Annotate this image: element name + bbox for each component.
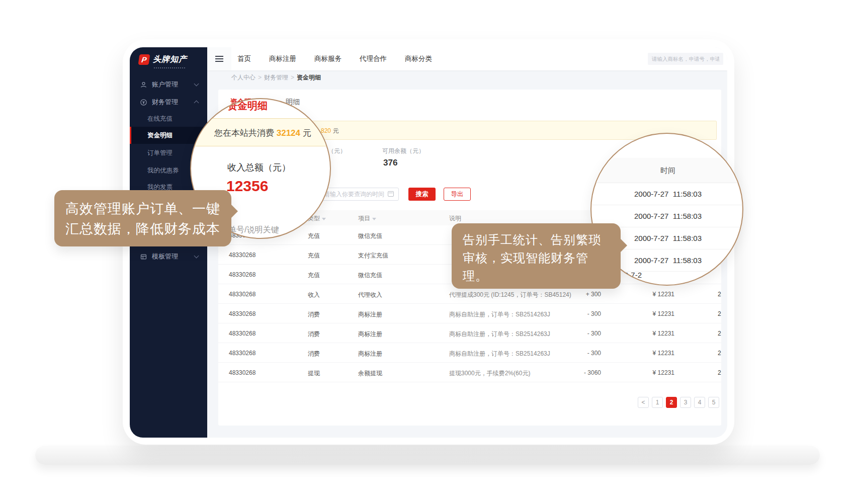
cell-project: 微信充值 — [358, 271, 382, 280]
chevron-down-icon — [194, 81, 199, 87]
nav-link[interactable]: 商标注册 — [269, 54, 296, 63]
cell-amount: - 300 — [546, 310, 601, 317]
cell-project: 商标注册 — [358, 330, 382, 339]
breadcrumb: 个人中心>财务管理>资金明细 — [231, 73, 321, 82]
sidebar-item-account[interactable]: 账户管理 — [130, 76, 207, 93]
cell-balance: ¥ 12231 — [629, 310, 674, 317]
banner-tail-unit: 元 — [332, 127, 338, 134]
cell-balance: ¥ 12231 — [629, 291, 674, 298]
export-button[interactable]: 导出 — [444, 188, 471, 201]
magnified-banner-prefix: 您在本站共消费 — [214, 128, 277, 138]
pagination: < 1 2 3 4 5 5 — [218, 397, 721, 408]
cell-order-number: 48330268 — [229, 271, 255, 278]
brand-logo[interactable]: P 头牌知产 — [139, 54, 187, 65]
calendar-icon — [388, 191, 394, 197]
cell-balance: ¥ 12231 — [629, 330, 674, 337]
chevron-down-icon — [194, 254, 199, 259]
cell-type: 提现 — [308, 369, 320, 378]
nav-link[interactable]: 首页 — [237, 54, 251, 63]
cell-balance: ¥ 12231 — [629, 369, 674, 376]
cell-description: 提现3000元，手续费2%(60元) — [449, 369, 530, 378]
cell-type: 消费 — [308, 330, 320, 339]
magnified-banner-text: 您在本站共消费 32124 元 — [214, 127, 311, 139]
cell-type: 充值 — [308, 271, 320, 280]
callout-right: 告别手工统计、告别繁琐审核，实现智能财务管理。 — [452, 223, 621, 289]
nav-link[interactable]: 商标服务 — [314, 54, 342, 63]
header-project[interactable]: 项目 — [358, 214, 376, 223]
breadcrumb-home[interactable]: 个人中心 — [231, 74, 255, 81]
cell-description: 商标自助注册，订单号：SB2514263J — [449, 330, 550, 339]
pagination-page-1[interactable]: 1 — [652, 397, 663, 408]
nav-link[interactable]: 商标分类 — [405, 54, 432, 63]
cell-amount: - 3060 — [546, 369, 601, 376]
date-query-input[interactable] — [318, 188, 399, 201]
top-navbar: 首页 商标注册 商标服务 代理合作 商标分类 — [207, 47, 727, 70]
magnified-income-label: 收入总额（元） — [227, 161, 291, 174]
sidebar-item-templates[interactable]: 模板管理 — [130, 248, 207, 265]
cell-time: 2000-7-27 11:58:03 — [718, 291, 721, 298]
breadcrumb-current: 资金明细 — [297, 74, 321, 81]
available-balance-value: 376 — [383, 158, 397, 168]
pagination-page-2-active[interactable]: 2 — [666, 397, 677, 408]
cell-project: 商标注册 — [358, 310, 382, 319]
sidebar-item-label: 订单管理 — [147, 149, 173, 157]
template-icon — [140, 253, 147, 261]
pagination-page-3[interactable]: 3 — [680, 397, 691, 408]
cell-order-number: 48330268 — [229, 291, 255, 298]
available-balance-label: 可用余额（元） — [382, 147, 424, 155]
sidebar-item-label: 资金明细 — [147, 131, 173, 140]
cell-description: 商标自助注册，订单号：SB2514263J — [449, 310, 550, 319]
cell-type: 充值 — [308, 251, 320, 260]
magnified-banner-unit: 元 — [300, 128, 311, 138]
header-desc: 说明 — [449, 214, 461, 223]
magnified-time-row: 2000-7-27 11:58:03 — [591, 183, 743, 205]
pagination-prev-button[interactable]: < — [638, 397, 649, 408]
cell-amount: - 300 — [546, 350, 601, 357]
sidebar-item-label: 账户管理 — [152, 80, 178, 89]
breadcrumb-separator: > — [291, 74, 294, 81]
header-project-label: 项目 — [358, 215, 370, 222]
cell-time: 2000-7-27 11:58:03 — [718, 330, 721, 337]
finance-icon — [140, 99, 147, 106]
pagination-page-5[interactable]: 5 — [708, 397, 719, 408]
breadcrumb-section[interactable]: 财务管理 — [264, 74, 288, 81]
brand-name: 头牌知产 — [153, 54, 187, 65]
cell-time: 2000-7-27 11:58:03 — [718, 310, 721, 317]
banner-tail-text: 820 元 — [321, 127, 338, 135]
breadcrumb-separator: > — [258, 74, 262, 81]
table-row[interactable]: 48330268 消费 商标注册 商标自助注册，订单号：SB2514263J -… — [218, 304, 721, 323]
banner-tail-amount: 820 — [321, 127, 331, 134]
laptop-base — [35, 446, 820, 465]
cell-project: 微信充值 — [358, 232, 382, 240]
cell-type: 消费 — [308, 350, 320, 358]
sidebar-item-label: 模板管理 — [152, 252, 178, 261]
table-row[interactable]: 48330268 消费 商标注册 商标自助注册，订单号：SB2514263J -… — [218, 323, 721, 343]
nav-link[interactable]: 代理合作 — [360, 54, 387, 63]
magnified-time-header: 时间 — [591, 158, 743, 183]
sort-caret-icon — [372, 218, 376, 220]
top-nav-links: 首页 商标注册 商标服务 代理合作 商标分类 — [237, 47, 432, 70]
cell-type: 充值 — [308, 232, 320, 240]
trademark-search-input[interactable] — [648, 53, 723, 65]
cell-project: 余额提现 — [358, 369, 382, 378]
brand-logo-subtext — [154, 67, 185, 68]
cell-project: 支付宝充值 — [358, 251, 388, 260]
magnified-banner: 您在本站共消费 32124 元 — [191, 118, 331, 146]
cell-order-number: 48330268 — [229, 369, 255, 376]
table-row[interactable]: 48330268 提现 余额提现 提现3000元，手续费2%(60元) - 30… — [218, 363, 721, 382]
cell-balance: ¥ 12231 — [629, 350, 674, 357]
magnified-banner-amount: 32124 — [277, 128, 300, 138]
cell-amount: + 300 — [546, 291, 601, 298]
table-row[interactable]: 48330268 消费 商标注册 商标自助注册，订单号：SB2514263J -… — [218, 343, 721, 363]
sidebar-item-label: 在线充值 — [147, 115, 173, 123]
cell-order-number: 48330268 — [229, 251, 255, 259]
hamburger-menu-icon[interactable] — [207, 47, 231, 70]
sidebar-item-recharge[interactable]: 在线充值 — [130, 110, 207, 127]
sidebar-item-finance[interactable]: 财务管理 — [130, 94, 207, 111]
brand-logo-icon: P — [138, 54, 150, 65]
callout-left: 高效管理账户订单、一键汇总数据，降低财务成本 — [54, 190, 231, 246]
cell-order-number: 48330268 — [229, 330, 255, 337]
cell-type: 收入 — [308, 291, 320, 299]
search-button[interactable]: 搜索 — [408, 188, 436, 201]
pagination-page-4[interactable]: 4 — [694, 397, 705, 408]
